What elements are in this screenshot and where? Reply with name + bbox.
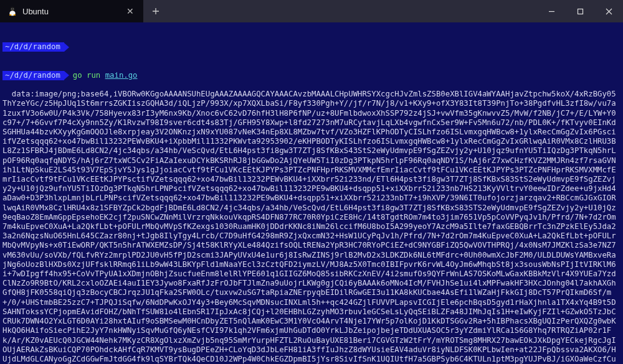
svg-point-6 [13, 9, 14, 9]
output-base64: iVBORw0KGgoAAAANSUhEUgAAAZAAAAGQCAYAAACA… [2, 90, 616, 364]
close-window-button[interactable] [594, 0, 623, 22]
prompt-arrow-icon [64, 43, 69, 52]
svg-point-7 [9, 14, 12, 16]
window-titlebar: Ubuntu ✕ [0, 0, 623, 22]
terminal-tab[interactable]: Ubuntu ✕ [0, 0, 143, 22]
terminal-viewport[interactable]: ~/d/d/random ~/d/d/random go run main.go… [0, 22, 623, 364]
maximize-button[interactable] [566, 0, 594, 22]
prompt-line-1: ~/d/d/random [2, 42, 621, 52]
svg-rect-9 [578, 9, 583, 14]
titlebar-drag-region [168, 0, 537, 22]
output-prefix: data:image/png;base64, [12, 90, 113, 98]
close-tab-icon[interactable]: ✕ [126, 7, 135, 16]
prompt-path: ~/d/d/random [2, 71, 64, 80]
tab-title: Ubuntu [22, 7, 49, 16]
command-arg: main.go [105, 71, 138, 80]
tux-icon [7, 6, 17, 16]
prompt-line-2: ~/d/d/random go run main.go [2, 71, 621, 80]
prompt-arrow-icon [64, 71, 69, 80]
svg-point-5 [11, 9, 12, 9]
command-text: go run [73, 71, 100, 80]
window-controls [537, 0, 623, 22]
new-tab-button[interactable] [143, 0, 168, 22]
prompt-path: ~/d/d/random [2, 42, 64, 52]
minimize-button[interactable] [537, 0, 566, 22]
svg-point-8 [13, 14, 16, 16]
